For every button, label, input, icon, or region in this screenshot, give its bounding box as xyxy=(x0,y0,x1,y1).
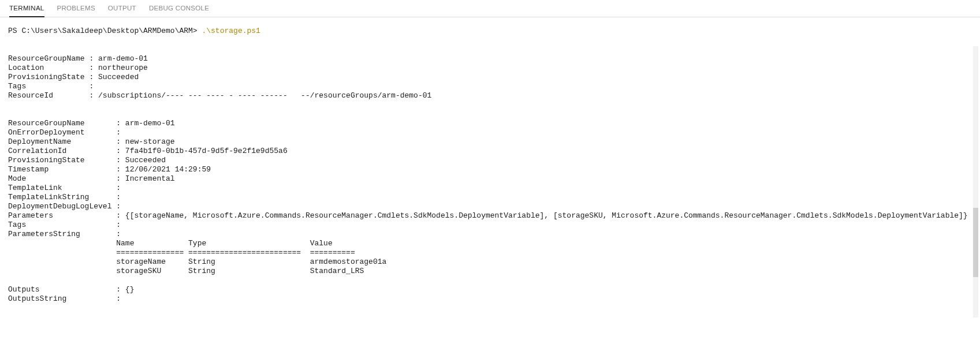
tab-debug-console[interactable]: DEBUG CONSOLE xyxy=(149,3,209,17)
tab-terminal[interactable]: TERMINAL xyxy=(9,3,44,17)
tab-problems[interactable]: PROBLEMS xyxy=(57,3,95,17)
terminal-output[interactable]: PS C:\Users\Sakaldeep\Desktop\ARMDemo\AR… xyxy=(0,17,980,315)
scrollbar-thumb[interactable] xyxy=(973,208,978,277)
tab-output[interactable]: OUTPUT xyxy=(108,3,136,17)
scrollbar[interactable] xyxy=(973,46,978,317)
panel-tab-bar: TERMINAL PROBLEMS OUTPUT DEBUG CONSOLE xyxy=(0,0,980,17)
